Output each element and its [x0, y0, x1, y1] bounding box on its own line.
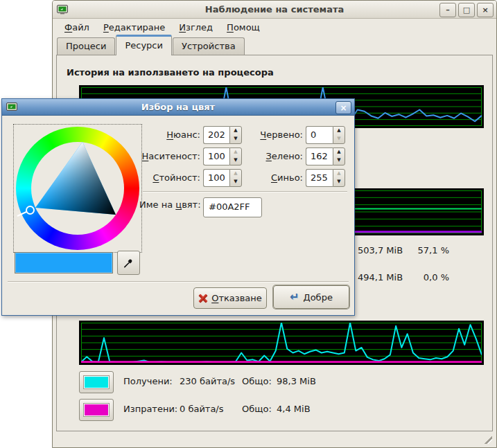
- maximize-button[interactable]: □: [458, 3, 475, 17]
- dialog-titlebar[interactable]: Избор на цвят ×: [2, 99, 354, 116]
- close-button[interactable]: ×: [477, 3, 494, 17]
- blue-spinner: 255 ▲▼: [306, 169, 345, 187]
- sent-rate: 0 байта/s: [180, 404, 224, 414]
- eyedropper-icon: [123, 257, 134, 269]
- color-preview: [15, 252, 113, 274]
- green-up-arrow[interactable]: ▲: [333, 148, 345, 156]
- blue-down-arrow[interactable]: ▼: [333, 178, 345, 186]
- menu-bar: Файл Редактиране Изглед Помощ: [53, 19, 496, 35]
- red-label: Червено:: [245, 126, 303, 144]
- minimize-button[interactable]: –: [439, 3, 456, 17]
- tab-processes[interactable]: Процеси: [57, 37, 115, 55]
- sent-total-label: Общо:: [242, 404, 272, 414]
- hue-label: Нюанс:: [139, 126, 200, 144]
- menu-file[interactable]: Файл: [58, 20, 96, 35]
- dialog-icon: [6, 102, 17, 112]
- cancel-button[interactable]: Отказване: [193, 287, 267, 309]
- color-wheel-area: [13, 124, 142, 253]
- received-total-label: Общо:: [242, 376, 272, 386]
- dialog-close-icon: ×: [340, 104, 347, 112]
- saturation-down-arrow[interactable]: ▼: [230, 156, 241, 165]
- saturation-label: Наситеност:: [139, 147, 200, 165]
- received-total: 98,3 MiB: [277, 376, 316, 386]
- value-spinner: 100 ▲▼: [203, 169, 242, 187]
- fields-separator: [143, 191, 347, 192]
- menu-view[interactable]: Изглед: [173, 20, 219, 35]
- received-rate: 230 байта/s: [180, 376, 235, 386]
- received-color-swatch: [83, 375, 110, 389]
- hue-value[interactable]: 202: [203, 126, 229, 144]
- green-down-arrow[interactable]: ▼: [333, 156, 345, 165]
- resize-grip[interactable]: [483, 435, 492, 444]
- sent-color-swatch: [83, 403, 110, 417]
- menu-help[interactable]: Помощ: [220, 20, 266, 35]
- saturation-value[interactable]: 100: [203, 147, 229, 165]
- dialog-close-button[interactable]: ×: [335, 101, 351, 114]
- saturation-value-triangle[interactable]: [16, 127, 139, 250]
- maximize-icon: □: [463, 6, 470, 14]
- red-down-arrow[interactable]: ▼: [333, 135, 345, 143]
- minimize-icon: –: [446, 6, 450, 14]
- saturation-up-arrow[interactable]: ▲: [230, 148, 241, 156]
- menu-edit[interactable]: Редактиране: [97, 20, 171, 35]
- value-down-arrow[interactable]: ▼: [230, 178, 241, 186]
- color-name-field[interactable]: #00A2FF: [203, 197, 262, 217]
- value-label: Стойност:: [139, 169, 200, 187]
- cancel-button-label: Отказване: [211, 293, 262, 303]
- received-color-button[interactable]: [79, 371, 114, 393]
- cpu-history-title: История на използването на процесора: [67, 67, 274, 78]
- color-name-label: Име на цвят:: [139, 199, 200, 210]
- system-monitor-icon: [57, 5, 68, 15]
- hue-marker-line: [17, 212, 26, 216]
- hue-spinner: 202 ▲▼: [203, 126, 242, 144]
- cancel-icon: [198, 294, 207, 303]
- sent-color-button[interactable]: [79, 399, 114, 421]
- window-titlebar[interactable]: Наблюдение на системата – □ ×: [53, 1, 496, 19]
- sent-total: 4,4 MiB: [277, 404, 311, 414]
- network-history-chart: [79, 321, 484, 365]
- sent-label: Изпратени:: [123, 404, 177, 414]
- red-value[interactable]: 0: [306, 126, 333, 144]
- value-value[interactable]: 100: [203, 169, 229, 187]
- ok-button[interactable]: ↵ Добре: [273, 285, 349, 309]
- hue-down-arrow[interactable]: ▼: [230, 135, 241, 143]
- blue-value[interactable]: 255: [306, 169, 333, 187]
- notebook-tabs: Процеси Ресурси Устройства: [57, 36, 245, 55]
- swap-percent: 0,0 %: [394, 272, 449, 283]
- ok-enter-icon: ↵: [290, 292, 299, 303]
- hue-marker: [26, 206, 34, 214]
- ok-button-label: Добре: [304, 292, 333, 303]
- actions-separator: [8, 281, 349, 283]
- memory-percent: 57,1 %: [394, 245, 449, 256]
- eyedropper-button[interactable]: [117, 251, 140, 275]
- color-picker-dialog: Избор на цвят ×: [1, 98, 355, 316]
- received-label: Получени:: [123, 376, 173, 386]
- red-up-arrow[interactable]: ▲: [333, 127, 345, 135]
- tab-devices[interactable]: Устройства: [173, 37, 245, 55]
- hue-up-arrow[interactable]: ▲: [230, 127, 241, 135]
- saturation-spinner: 100 ▲▼: [203, 147, 242, 165]
- green-value[interactable]: 162: [306, 147, 333, 165]
- green-spinner: 162 ▲▼: [306, 147, 345, 165]
- dialog-title: Избор на цвят: [2, 102, 354, 112]
- red-spinner: 0 ▲▼: [306, 126, 345, 144]
- value-up-arrow[interactable]: ▲: [230, 170, 241, 178]
- tab-resources[interactable]: Ресурси: [116, 35, 172, 55]
- green-label: Зелено:: [245, 147, 303, 165]
- blue-label: Синьо:: [245, 169, 303, 187]
- window-title: Наблюдение на системата: [53, 4, 496, 15]
- status-bar: [53, 431, 496, 447]
- blue-up-arrow[interactable]: ▲: [333, 170, 345, 178]
- close-icon: ×: [482, 6, 488, 14]
